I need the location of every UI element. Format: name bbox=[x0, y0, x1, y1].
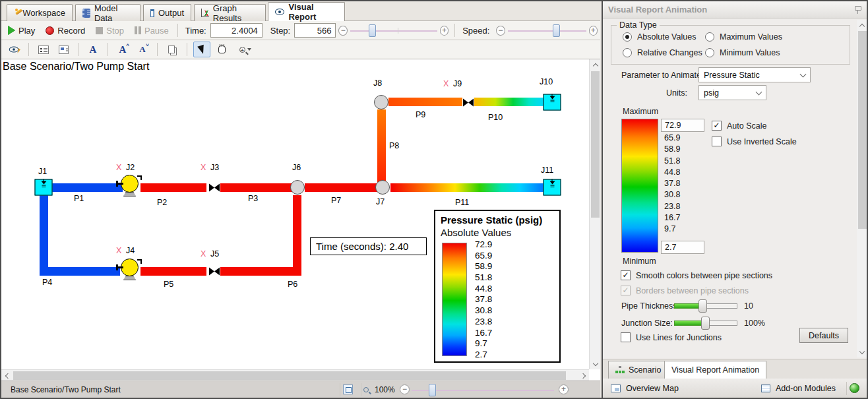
scroll-left-button[interactable] bbox=[1, 370, 13, 381]
maximum-value-field[interactable]: 72.9 bbox=[661, 119, 704, 132]
node-J8[interactable] bbox=[374, 95, 388, 109]
auto-scale-checkbox[interactable]: ✓ bbox=[712, 121, 722, 131]
pipe-P7[interactable] bbox=[305, 183, 377, 192]
use-inverted-scale-checkbox[interactable] bbox=[712, 137, 722, 146]
valve-J9[interactable] bbox=[462, 98, 474, 107]
radio-maximum-values[interactable] bbox=[705, 32, 714, 42]
reservoir-J1[interactable] bbox=[35, 179, 53, 196]
radio-label-minimum[interactable]: Minimum Values bbox=[720, 48, 780, 57]
tab-workspace[interactable]: Workspace bbox=[7, 4, 73, 21]
tab-output[interactable]: Output bbox=[143, 4, 191, 21]
junction-size-thumb[interactable] bbox=[701, 317, 710, 330]
step-slider-plus-button[interactable]: + bbox=[440, 26, 449, 36]
panel-scroll-down-button[interactable] bbox=[857, 346, 867, 357]
pipe-P4[interactable] bbox=[40, 267, 120, 276]
tab-visual-report-animation[interactable]: Visual Report Animation bbox=[664, 361, 766, 379]
use-lines-label[interactable]: Use Lines for Junctions bbox=[636, 333, 722, 342]
pipe-thickness-thumb[interactable] bbox=[698, 299, 707, 313]
pan-tool-button[interactable] bbox=[213, 42, 230, 57]
pipe-P8[interactable] bbox=[377, 109, 386, 183]
radio-relative-changes[interactable] bbox=[623, 48, 632, 57]
valve-J3[interactable] bbox=[208, 183, 220, 193]
step-slider-minus-button[interactable]: − bbox=[338, 26, 347, 36]
canvas-horizontal-scrollbar[interactable] bbox=[1, 369, 589, 381]
text-report-button[interactable] bbox=[55, 42, 72, 57]
zoom-in-button[interactable]: + bbox=[559, 384, 569, 394]
visual-report-canvas[interactable]: Base Scenario/Two Pump Start J1XJ2XJ3J6X… bbox=[1, 59, 600, 381]
scroll-up-button[interactable] bbox=[590, 59, 601, 71]
radio-minimum-values[interactable] bbox=[705, 48, 714, 57]
select-tool-button[interactable] bbox=[193, 42, 210, 57]
radio-label-relative[interactable]: Relative Changes bbox=[637, 48, 702, 57]
pipe-P3[interactable] bbox=[220, 183, 293, 192]
units-dropdown[interactable]: psig bbox=[698, 85, 766, 100]
node-J6[interactable] bbox=[290, 180, 305, 195]
font-decrease-button[interactable]: A˅ bbox=[134, 42, 151, 57]
display-options-button[interactable] bbox=[35, 42, 52, 57]
use-inverted-scale-label[interactable]: Use Inverted Scale bbox=[727, 137, 797, 146]
pipe-P5[interactable] bbox=[140, 267, 206, 276]
zoom-out-button[interactable]: − bbox=[400, 384, 410, 394]
tab-visual-report[interactable]: Visual Report bbox=[268, 2, 345, 21]
pipe-P11[interactable] bbox=[390, 183, 544, 192]
pipe-P6[interactable] bbox=[293, 195, 301, 276]
speed-slider-plus-button[interactable]: + bbox=[589, 26, 598, 36]
step-slider[interactable] bbox=[350, 24, 437, 37]
font-button[interactable]: A bbox=[84, 42, 102, 57]
pipe-P2[interactable] bbox=[140, 183, 206, 192]
pipe-P9[interactable] bbox=[388, 98, 463, 106]
pump-J2[interactable] bbox=[119, 174, 141, 198]
record-button[interactable]: Record bbox=[40, 22, 90, 38]
speed-slider[interactable] bbox=[508, 24, 586, 37]
time-field[interactable]: 2.4004 bbox=[210, 23, 263, 38]
pause-button[interactable]: Pause bbox=[129, 22, 174, 38]
panel-scroll-up-button[interactable] bbox=[857, 20, 867, 31]
font-increase-button[interactable]: A˄ bbox=[114, 42, 131, 57]
speed-slider-thumb[interactable] bbox=[553, 24, 560, 37]
zoom-slider[interactable] bbox=[412, 384, 554, 396]
tab-model-data[interactable]: Model Data bbox=[75, 4, 140, 21]
time-overlay[interactable]: Time (seconds): 2.40 bbox=[310, 237, 427, 255]
smooth-colors-checkbox[interactable]: ✓ bbox=[621, 270, 631, 280]
copy-button[interactable] bbox=[164, 42, 181, 57]
scroll-right-button[interactable] bbox=[578, 370, 589, 381]
vertical-scroll-thumb[interactable] bbox=[591, 71, 600, 218]
pipe-P1[interactable] bbox=[51, 183, 123, 192]
reservoir-J10[interactable] bbox=[543, 94, 561, 111]
radio-label-absolute[interactable]: Absolute Values bbox=[637, 32, 696, 42]
use-lines-checkbox[interactable] bbox=[621, 332, 631, 342]
junction-size-slider[interactable] bbox=[674, 320, 737, 326]
pipe-P6[interactable] bbox=[220, 267, 301, 276]
horizontal-scroll-thumb[interactable] bbox=[13, 371, 566, 380]
color-legend[interactable]: Pressure Static (psig) Absolute Values 7… bbox=[434, 210, 561, 363]
zoom-slider-thumb[interactable] bbox=[429, 384, 436, 396]
pump-J4[interactable] bbox=[119, 258, 141, 282]
valve-J5[interactable] bbox=[208, 266, 220, 276]
speed-slider-minus-button[interactable]: − bbox=[496, 26, 505, 36]
step-slider-thumb[interactable] bbox=[369, 24, 376, 37]
play-button[interactable]: Play bbox=[3, 22, 40, 38]
pipe-P4[interactable] bbox=[40, 194, 48, 276]
radio-label-maximum[interactable]: Maximum Values bbox=[720, 32, 782, 42]
pipe-P10[interactable] bbox=[474, 98, 545, 106]
addon-modules-button[interactable]: Add-on Modules bbox=[776, 384, 836, 393]
step-field[interactable]: 566 bbox=[294, 23, 336, 38]
smooth-colors-label[interactable]: Smooth colors between pipe sections bbox=[636, 271, 772, 280]
zoom-tool-button[interactable]: + bbox=[233, 42, 258, 57]
defaults-button[interactable]: Defaults bbox=[799, 328, 848, 343]
node-J7[interactable] bbox=[375, 180, 390, 195]
minimum-value-field[interactable]: 2.7 bbox=[661, 241, 704, 254]
pin-icon[interactable] bbox=[853, 5, 861, 15]
stop-button[interactable]: Stop bbox=[90, 22, 129, 38]
borders-checkbox[interactable]: ✓ bbox=[621, 286, 631, 295]
fit-to-window-icon[interactable] bbox=[343, 384, 353, 394]
radio-absolute-values[interactable] bbox=[623, 32, 632, 42]
tab-graph-results[interactable]: Graph Results bbox=[194, 4, 266, 21]
auto-scale-label[interactable]: Auto Scale bbox=[727, 121, 766, 131]
tab-scenario[interactable]: Scenario bbox=[608, 361, 668, 379]
visual-report-control-button[interactable] bbox=[5, 42, 22, 57]
reservoir-J11[interactable] bbox=[543, 179, 561, 196]
panel-scrollbar[interactable] bbox=[857, 20, 867, 357]
scroll-down-button[interactable] bbox=[590, 358, 601, 369]
parameter-dropdown[interactable]: Pressure Static bbox=[698, 67, 811, 82]
